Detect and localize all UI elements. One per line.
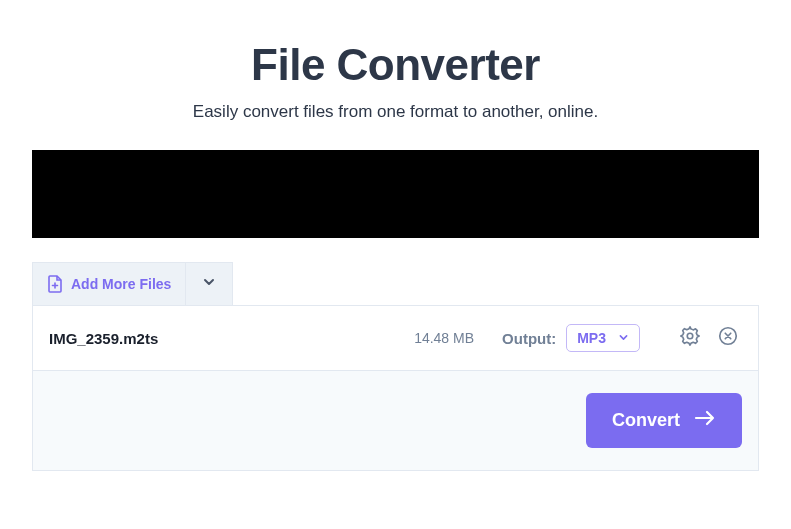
file-name: IMG_2359.m2ts: [49, 330, 414, 347]
chevron-down-icon: [202, 275, 216, 293]
ad-banner: [32, 150, 759, 238]
page-subtitle: Easily convert files from one format to …: [32, 102, 759, 122]
file-add-icon: [47, 275, 63, 293]
arrow-right-icon: [694, 409, 716, 432]
toolbar: Add More Files: [32, 262, 233, 305]
gear-icon: [679, 325, 701, 351]
settings-button[interactable]: [676, 324, 704, 352]
file-row: IMG_2359.m2ts 14.48 MB Output: MP3: [32, 305, 759, 371]
convert-button-label: Convert: [612, 410, 680, 431]
add-more-dropdown-button[interactable]: [186, 263, 232, 305]
add-more-files-label: Add More Files: [71, 276, 171, 292]
output-label: Output:: [502, 330, 556, 347]
output-format-value: MP3: [577, 330, 606, 346]
chevron-down-icon: [618, 330, 629, 346]
remove-file-button[interactable]: [714, 324, 742, 352]
convert-button[interactable]: Convert: [586, 393, 742, 448]
add-more-files-button[interactable]: Add More Files: [33, 263, 186, 305]
page-title: File Converter: [32, 40, 759, 90]
close-circle-icon: [717, 325, 739, 351]
footer-actions: Convert: [32, 371, 759, 471]
output-format-select[interactable]: MP3: [566, 324, 640, 352]
file-size: 14.48 MB: [414, 330, 474, 346]
svg-point-0: [687, 333, 693, 339]
